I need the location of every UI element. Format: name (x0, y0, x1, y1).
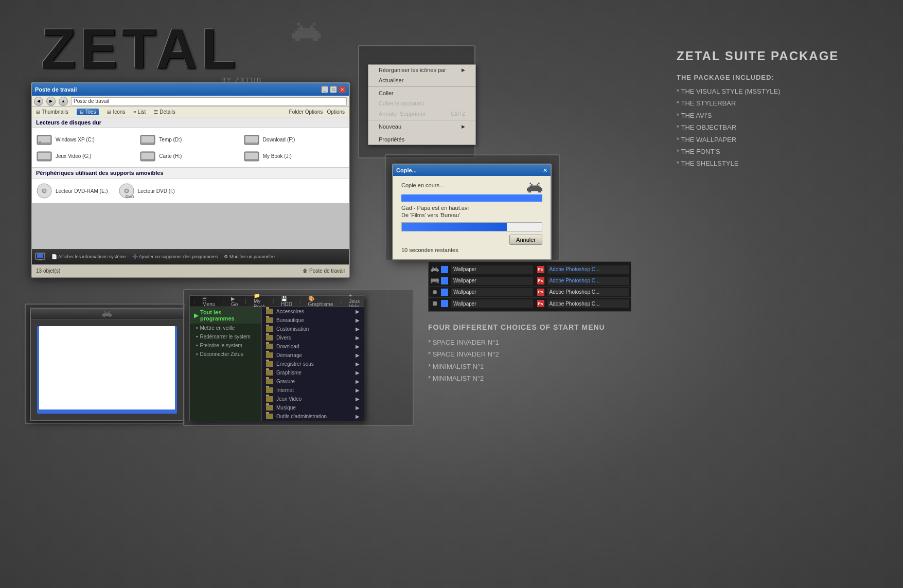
copy-close-button[interactable]: ✕ (543, 167, 547, 174)
folder-icon (266, 405, 273, 411)
start-divers[interactable]: Divers ▶ (262, 333, 364, 342)
drive-d[interactable]: Temp (D:) (139, 132, 241, 147)
taskbar-row-1[interactable]: Wallpaper Ps Adobe Photoshop C... (429, 264, 631, 275)
folder-options[interactable]: Folder Options Options (289, 109, 345, 115)
start-musique[interactable]: Musique ▶ (262, 403, 364, 412)
tab-icons[interactable]: ⊞ Icons (107, 109, 125, 115)
arrow-right-icon: ▶ (356, 317, 360, 323)
start-accessoires[interactable]: Accessoires ▶ (262, 307, 364, 316)
bullet-icon: • (196, 325, 198, 331)
folder-icon (266, 309, 273, 314)
package-item: * THE STYLERBAR (677, 97, 872, 109)
up-button[interactable]: ▲ (59, 97, 68, 106)
package-item: * THE OBJECTBAR (677, 121, 872, 133)
package-item: * THE SHELLSTYLE (677, 157, 872, 169)
svg-rect-42 (435, 281, 436, 282)
start-internet[interactable]: Internet ▶ (262, 386, 364, 395)
context-item-reorganize[interactable]: Réorganiser les icônes par ▶ (368, 65, 475, 75)
main-title: ZETAL (41, 15, 240, 81)
tab-tiles[interactable]: ⊟ Tiles (77, 109, 99, 115)
taskbar-dot-icon (431, 288, 439, 296)
all-programs-button[interactable]: ▶ Tout les programmes (190, 307, 261, 324)
monitor-icon (35, 253, 45, 261)
choices-section: FOUR DIFFERENT CHOICES OF START MENU * S… (428, 323, 605, 385)
drive-c[interactable]: Windows XP (C:) (36, 132, 137, 147)
context-item-proprietes[interactable]: Propriétés (368, 134, 475, 145)
drive-icon (139, 132, 156, 147)
svg-rect-40 (431, 281, 433, 282)
copy-actions: Annuler (401, 235, 542, 245)
drive-j[interactable]: My Book (J:) (243, 149, 345, 163)
start-tab-go[interactable]: ▶ Go (228, 295, 241, 308)
tab-list[interactable]: ≡ List (133, 109, 146, 115)
context-item-nouveau[interactable]: Nouveau ▶ (368, 121, 475, 132)
start-gravure[interactable]: Gravure ▶ (262, 377, 364, 386)
context-divider (368, 86, 475, 87)
context-item-annuler[interactable]: Annuler Supprimer Ctrl+Z (368, 109, 475, 119)
minimize-button[interactable]: _ (321, 86, 328, 93)
context-item-coller[interactable]: Coller (368, 88, 475, 98)
start-jeux[interactable]: Jeux Video ▶ (262, 395, 364, 403)
start-sleep[interactable]: • Mettre en veille (190, 324, 261, 332)
package-items: * THE VISUAL STYLE (MSSTYLE) * THE STYLE… (677, 85, 872, 170)
removable-grid: Lecteur DVD-RAM (E:) DVD Lecteur DVD (I:… (32, 179, 349, 203)
start-content: ▶ Tout les programmes • Mettre en veille… (190, 307, 364, 421)
taskbar-photoshop-1: Adobe Photoshop C... (547, 265, 629, 274)
start-outils[interactable]: Outils d'administration ▶ (262, 412, 364, 421)
start-disconnect[interactable]: • Déconnecter Zxtus (190, 350, 261, 359)
taskbar-item-3[interactable]: ⚙ Modifier un paramètre (224, 254, 275, 259)
context-item-coller-raccourci[interactable]: Coller le raccourci (368, 98, 475, 109)
drive-h[interactable]: Carte (H:) (139, 149, 241, 163)
section-hard-drives: Lecteurs de disques dur (32, 117, 349, 128)
start-tab-menu[interactable]: ☰ Menu (199, 295, 218, 308)
close-button[interactable]: ✕ (339, 86, 346, 93)
svg-rect-34 (37, 254, 43, 258)
start-customisation[interactable]: Customisation ▶ (262, 325, 364, 333)
maximize-button[interactable]: □ (330, 86, 337, 93)
start-restart[interactable]: • Redémarrer le system (190, 332, 261, 341)
drive-g[interactable]: Jeux Video (G:) (36, 149, 137, 163)
drive-label: Windows XP (C:) (56, 137, 95, 142)
tab-details[interactable]: ☰ Details (154, 109, 175, 115)
section-removable: Périphériques utilisant des supports amo… (32, 167, 349, 179)
back-button[interactable]: ◀ (34, 97, 43, 106)
folder-icon (266, 344, 273, 349)
copy-dialog-titlebar: Copie... ✕ (393, 165, 551, 176)
address-bar[interactable] (71, 97, 347, 105)
status-location: 🗑 Poste de travail (303, 268, 345, 274)
context-item-actualiser[interactable]: Actualiser (368, 75, 475, 85)
explorer-titlebar: Poste de travail _ □ ✕ (32, 83, 349, 96)
arrow-right-icon: ▶ (356, 344, 360, 349)
taskbar-row-3[interactable]: Wallpaper Ps Adobe Photoshop C... (429, 287, 631, 298)
start-tab-hdd[interactable]: 💾 HDD (278, 295, 295, 308)
taskbar-row-4[interactable]: Wallpaper Ps Adobe Photoshop C... (429, 298, 631, 309)
taskbar-wallpaper-2: Wallpaper (451, 277, 533, 285)
drive-dvd[interactable]: DVD Lecteur DVD (I:) (118, 183, 175, 199)
drive-label: Lecteur DVD-RAM (E:) (56, 188, 108, 194)
folder-icon (266, 335, 273, 341)
drive-label: Lecteur DVD (I:) (138, 188, 175, 194)
drive-dvdram[interactable]: Lecteur DVD-RAM (E:) (36, 183, 108, 199)
start-demarrage[interactable]: Démarrage ▶ (262, 351, 364, 360)
taskbar-photoshop-4: Adobe Photoshop C... (547, 299, 629, 308)
start-enregistrer[interactable]: Enregistrer sous ▶ (262, 360, 364, 368)
arrow-right-icon: ▶ (356, 309, 360, 314)
copy-cancel-button[interactable]: Annuler (509, 235, 542, 245)
forward-button[interactable]: ▶ (46, 97, 56, 106)
taskbar-item-2[interactable]: ➕ Ajouter ou supprimer des programmes (132, 254, 218, 259)
start-graphisme[interactable]: Graphisme ▶ (262, 368, 364, 377)
start-bureautique[interactable]: Bureautique ▶ (262, 316, 364, 325)
taskbar-row-2[interactable]: Wallpaper Ps Adobe Photoshop C... (429, 275, 631, 287)
start-tab-graphisme[interactable]: 🎨 Graphisme (305, 295, 337, 308)
svg-rect-35 (39, 259, 42, 260)
drive-f[interactable]: Download (F:) (243, 132, 345, 147)
taskbar-app-icon (441, 266, 448, 273)
context-menu: Réorganiser les icônes par ▶ Actualiser … (368, 64, 476, 145)
start-shutdown[interactable]: • Eteindre le system (190, 341, 261, 350)
taskbar-item-1[interactable]: 📄 Afficher les informations système (51, 254, 126, 259)
start-download[interactable]: Download ▶ (262, 342, 364, 351)
context-divider (368, 120, 475, 120)
drive-icon (243, 132, 260, 147)
submenu-arrow-icon: ▶ (462, 124, 465, 129)
tab-thumbnails[interactable]: ⊞ Thumbnails (36, 109, 68, 115)
